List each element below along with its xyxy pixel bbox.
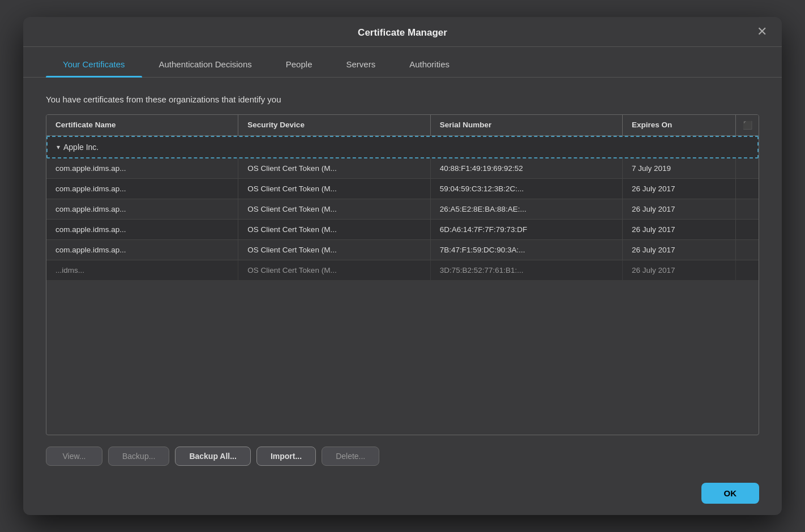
- certificates-table: Certificate Name Security Device Serial …: [46, 114, 759, 435]
- group-label: ▾ Apple Inc.: [48, 137, 757, 157]
- certificate-manager-dialog: Certificate Manager ✕ Your Certificates …: [23, 17, 782, 515]
- tab-bar: Your Certificates Authentication Decisio…: [23, 47, 782, 78]
- view-button[interactable]: View...: [46, 447, 102, 466]
- serial-number-cell: 26:A5:E2:8E:BA:88:AE:...: [431, 199, 623, 219]
- col-expires-on: Expires On: [623, 115, 736, 135]
- security-device-cell: OS Client Cert Token (M...: [238, 199, 430, 219]
- security-device-cell: OS Client Cert Token (M...: [238, 260, 430, 280]
- export-icon: ⬛: [743, 121, 752, 130]
- security-device-cell: OS Client Cert Token (M...: [238, 158, 430, 178]
- serial-number-cell: 6D:A6:14:7F:7F:79:73:DF: [431, 220, 623, 239]
- cert-name-cell: com.apple.idms.ap...: [46, 240, 238, 260]
- table-row[interactable]: com.apple.idms.ap... OS Client Cert Toke…: [46, 240, 759, 260]
- serial-number-cell: 59:04:59:C3:12:3B:2C:...: [431, 179, 623, 199]
- close-button[interactable]: ✕: [753, 24, 770, 39]
- footer-buttons: View... Backup... Backup All... Import..…: [46, 435, 759, 471]
- title-bar: Certificate Manager ✕: [23, 17, 782, 47]
- action-cell: [736, 179, 759, 199]
- content-area: You have certificates from these organiz…: [23, 78, 782, 483]
- table-body: ▾ Apple Inc. com.apple.idms.ap... OS Cli…: [46, 136, 759, 281]
- table-row[interactable]: com.apple.idms.ap... OS Client Cert Toke…: [46, 199, 759, 220]
- expires-on-cell: 26 July 2017: [623, 199, 736, 219]
- col-cert-name: Certificate Name: [46, 115, 238, 135]
- ok-button[interactable]: OK: [701, 483, 760, 504]
- action-cell: [736, 240, 759, 260]
- cert-name-cell: com.apple.idms.ap...: [46, 179, 238, 199]
- tab-servers[interactable]: Servers: [329, 47, 392, 77]
- cert-name-cell: com.apple.idms.ap...: [46, 158, 238, 178]
- expires-on-cell: 7 July 2019: [623, 158, 736, 178]
- table-header: Certificate Name Security Device Serial …: [46, 115, 759, 136]
- table-row[interactable]: com.apple.idms.ap... OS Client Cert Toke…: [46, 220, 759, 240]
- serial-number-cell: 40:88:F1:49:19:69:92:52: [431, 158, 623, 178]
- backup-button[interactable]: Backup...: [108, 447, 169, 466]
- group-name: Apple Inc.: [63, 143, 99, 152]
- serial-number-cell: 3D:75:B2:52:77:61:B1:...: [431, 260, 623, 280]
- serial-number-cell: 7B:47:F1:59:DC:90:3A:...: [431, 240, 623, 260]
- expires-on-cell: 26 July 2017: [623, 260, 736, 280]
- chevron-down-icon: ▾: [57, 143, 60, 151]
- tab-authorities[interactable]: Authorities: [392, 47, 466, 77]
- col-security-device: Security Device: [238, 115, 430, 135]
- cert-name-cell: com.apple.idms.ap...: [46, 199, 238, 219]
- cert-name-cell: ...idms...: [46, 260, 238, 280]
- expires-on-cell: 26 July 2017: [623, 179, 736, 199]
- action-cell: [736, 220, 759, 239]
- action-cell: [736, 158, 759, 178]
- security-device-cell: OS Client Cert Token (M...: [238, 220, 430, 239]
- table-row-partial[interactable]: ...idms... OS Client Cert Token (M... 3D…: [46, 260, 759, 281]
- expires-on-cell: 26 July 2017: [623, 240, 736, 260]
- col-icon: ⬛: [736, 115, 759, 135]
- security-device-cell: OS Client Cert Token (M...: [238, 240, 430, 260]
- dialog-title: Certificate Manager: [358, 27, 447, 38]
- security-device-cell: OS Client Cert Token (M...: [238, 179, 430, 199]
- expires-on-cell: 26 July 2017: [623, 220, 736, 239]
- action-cell: [736, 260, 759, 280]
- import-button[interactable]: Import...: [256, 447, 316, 466]
- tab-authentication-decisions[interactable]: Authentication Decisions: [142, 47, 269, 77]
- description-text: You have certificates from these organiz…: [46, 95, 759, 104]
- table-row[interactable]: com.apple.idms.ap... OS Client Cert Toke…: [46, 158, 759, 179]
- delete-button[interactable]: Delete...: [322, 447, 379, 466]
- table-row[interactable]: com.apple.idms.ap... OS Client Cert Toke…: [46, 179, 759, 199]
- col-serial-number: Serial Number: [431, 115, 623, 135]
- group-row-apple[interactable]: ▾ Apple Inc.: [46, 136, 759, 158]
- backup-all-button[interactable]: Backup All...: [175, 447, 251, 466]
- bottom-area: OK: [23, 483, 782, 515]
- cert-name-cell: com.apple.idms.ap...: [46, 220, 238, 239]
- action-cell: [736, 199, 759, 219]
- tab-people[interactable]: People: [269, 47, 329, 77]
- tab-your-certificates[interactable]: Your Certificates: [46, 47, 142, 77]
